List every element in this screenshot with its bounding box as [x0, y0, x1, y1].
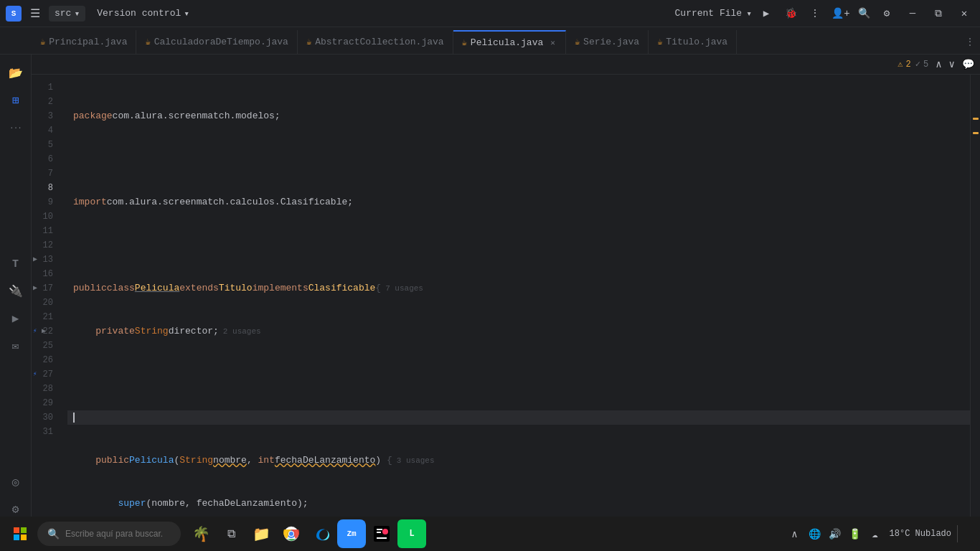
tray-weather[interactable]: 18°C Nublado: [890, 529, 951, 539]
tab-label: Serie.java: [583, 37, 639, 47]
search-button[interactable]: 🔍: [854, 4, 874, 24]
line-2: 2: [32, 95, 59, 109]
project-label: src: [55, 8, 71, 19]
line-28: 28: [32, 382, 59, 396]
taskbar-app-explorer[interactable]: 📁: [247, 519, 275, 548]
code-line-6: private String director; 2 usages: [67, 324, 970, 339]
sidebar-plugin-icon[interactable]: 🔌: [3, 278, 29, 304]
line-3: 3: [32, 109, 59, 123]
taskbar-app-taskview[interactable]: ⧉: [217, 519, 245, 548]
line-22: ⚡ ▶22: [32, 324, 59, 339]
error-badge[interactable]: ✓ 5: [915, 59, 928, 70]
vcs-text: Version control: [97, 8, 181, 19]
warning-marker-2: [973, 132, 979, 134]
code-line-8: [67, 410, 970, 425]
vcs-dropdown-icon: ▾: [184, 8, 189, 19]
line-12: 12: [32, 238, 59, 253]
tab-principal[interactable]: ☕ Principal.java: [32, 30, 136, 54]
tray-network[interactable]: 🌐: [806, 525, 824, 542]
taskbar-app-edge[interactable]: [307, 519, 336, 548]
sidebar-text-icon[interactable]: T: [3, 251, 29, 277]
tray-up-arrow[interactable]: ∧: [786, 525, 804, 542]
close-button[interactable]: ✕: [954, 4, 974, 24]
taskbar-app-zoom[interactable]: Zm: [337, 519, 366, 548]
add-user-button[interactable]: 👤+: [831, 4, 851, 24]
taskbar-search-input[interactable]: [65, 529, 166, 539]
line-11: 11: [32, 224, 59, 238]
code-line-9: public Pelicula(String nombre, int fecha…: [67, 453, 970, 468]
tab-calculadora[interactable]: ☕ CalculadoraDeTiempo.java: [136, 30, 297, 54]
tray-show-desktop[interactable]: [957, 525, 974, 542]
line-16: 16: [32, 267, 59, 281]
maximize-button[interactable]: ⧉: [928, 4, 948, 24]
line-6: 6: [32, 152, 59, 166]
run-config: Current File ▾ ▶ 🐞 ⋮: [675, 4, 825, 24]
line-5: 5: [32, 138, 59, 152]
editor-area: ⚠ 2 ✓ 5 ∧ ∨ 💬 1 2 3 4 5 6 7 8: [32, 55, 980, 528]
project-name[interactable]: src ▾: [49, 6, 85, 22]
taskbar-app-palm[interactable]: 🌴: [187, 519, 215, 548]
code-line-7: [67, 367, 970, 382]
line-21: 21: [32, 310, 59, 324]
taskbar-app-line[interactable]: L: [397, 519, 426, 548]
line-9: 9: [32, 195, 59, 209]
tab-label: AbstractCollection.java: [315, 37, 443, 47]
taskbar-app-jetbrains[interactable]: [367, 519, 396, 548]
line-10: 10: [32, 209, 59, 224]
svg-rect-3: [21, 534, 27, 540]
tab-label: Principal.java: [49, 37, 127, 47]
code-line-4: [67, 238, 970, 253]
nav-up-arrow[interactable]: ∧: [933, 57, 944, 72]
run-button[interactable]: ▶: [756, 4, 776, 24]
tab-more-button[interactable]: ⋮: [960, 30, 980, 54]
tray-battery[interactable]: 🔋: [847, 525, 864, 542]
tab-titulo[interactable]: ☕ Titulo.java: [649, 30, 737, 54]
line-29: 29: [32, 396, 59, 410]
annotator-icon[interactable]: 💬: [962, 58, 974, 70]
line-30: 30: [32, 410, 59, 425]
line-1: 1: [32, 80, 59, 95]
taskbar-app-chrome[interactable]: [277, 519, 306, 548]
nav-arrows: ∧ ∨: [933, 57, 958, 72]
tab-serie[interactable]: ☕ Serie.java: [566, 30, 649, 54]
more-run-button[interactable]: ⋮: [805, 4, 825, 24]
tray-cloud[interactable]: ☁: [867, 525, 884, 542]
warning-count: 2: [905, 60, 910, 70]
line-4: 4: [32, 123, 59, 138]
sidebar-run-icon[interactable]: ▶: [3, 306, 29, 331]
taskbar-search[interactable]: 🔍: [37, 522, 181, 546]
vcs-label[interactable]: Version control ▾: [91, 6, 195, 22]
sidebar-more-icon[interactable]: ···: [3, 115, 29, 141]
windows-start-button[interactable]: [6, 519, 34, 548]
title-bar: S ☰ src ▾ Version control ▾ Current File…: [0, 0, 980, 27]
app-logo: S: [6, 6, 22, 22]
tab-pelicula[interactable]: ☕ Pelicula.java ✕: [453, 30, 566, 54]
tray-volume[interactable]: 🔊: [826, 525, 844, 542]
code-editor[interactable]: 1 2 3 4 5 6 7 8 9 10 11 12 ▶13 16 ▶17 20: [32, 75, 980, 528]
hamburger-menu[interactable]: ☰: [27, 4, 43, 24]
sidebar-folder-icon[interactable]: 📂: [3, 60, 29, 86]
svg-rect-2: [14, 534, 19, 540]
search-icon: 🔍: [47, 528, 60, 540]
warning-badge[interactable]: ⚠ 2: [897, 59, 910, 70]
minimize-button[interactable]: ─: [903, 4, 923, 24]
svg-rect-0: [14, 527, 19, 533]
code-content[interactable]: package com.alura.screenmatch.modelos; i…: [67, 75, 970, 528]
line-26: 26: [32, 353, 59, 367]
warning-marker-1: [973, 118, 979, 120]
sidebar-grid-icon[interactable]: ⊞: [3, 88, 29, 113]
tab-icon: ☕: [462, 37, 467, 48]
editor-top-bar: ⚠ 2 ✓ 5 ∧ ∨ 💬: [32, 55, 980, 75]
sidebar-circle-icon[interactable]: ◎: [3, 469, 29, 495]
tab-abstractcollection[interactable]: ☕ AbstractCollection.java: [298, 30, 453, 54]
sidebar-mail-icon[interactable]: ✉: [3, 333, 29, 359]
tab-close-button[interactable]: ✕: [549, 37, 557, 48]
svg-point-12: [382, 529, 388, 534]
checkmark-icon: ✓: [915, 59, 920, 70]
settings-button[interactable]: ⚙: [877, 4, 897, 24]
windows-taskbar: 🔍 🌴 ⧉ 📁 Zm: [0, 517, 980, 551]
run-config-dropdown-icon: ▾: [746, 8, 752, 19]
right-gutter: [970, 75, 980, 528]
debug-button[interactable]: 🐞: [781, 4, 801, 24]
nav-down-arrow[interactable]: ∨: [946, 57, 958, 72]
